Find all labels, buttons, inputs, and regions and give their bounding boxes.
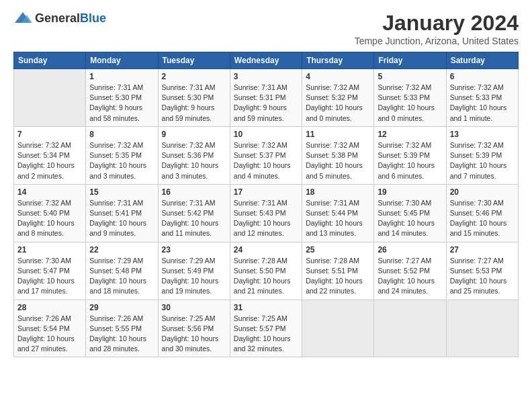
day-number: 28 (17, 303, 82, 312)
logo-icon (13, 11, 32, 26)
day-cell: 8Sunrise: 7:32 AM Sunset: 5:35 PM Daylig… (86, 126, 158, 184)
day-number: 16 (162, 187, 226, 197)
day-cell: 29Sunrise: 7:26 AM Sunset: 5:55 PM Dayli… (86, 300, 158, 357)
day-number: 5 (378, 72, 442, 81)
day-info: Sunrise: 7:27 AM Sunset: 5:52 PM Dayligh… (378, 256, 442, 297)
title-area: January 2024 Tempe Junction, Arizona, Un… (355, 11, 519, 46)
day-number: 6 (450, 72, 515, 81)
day-number: 20 (450, 187, 515, 197)
day-info: Sunrise: 7:32 AM Sunset: 5:34 PM Dayligh… (17, 140, 82, 181)
day-number: 22 (89, 245, 154, 255)
calendar-table: SundayMondayTuesdayWednesdayThursdayFrid… (13, 52, 519, 357)
day-info: Sunrise: 7:32 AM Sunset: 5:36 PM Dayligh… (162, 140, 226, 181)
day-cell: 28Sunrise: 7:26 AM Sunset: 5:54 PM Dayli… (14, 300, 86, 357)
day-number: 12 (378, 130, 442, 139)
day-number: 2 (162, 72, 226, 81)
day-number: 25 (306, 245, 370, 255)
day-header-wednesday: Wednesday (230, 52, 302, 69)
day-info: Sunrise: 7:31 AM Sunset: 5:41 PM Dayligh… (89, 198, 154, 239)
calendar-subtitle: Tempe Junction, Arizona, United States (355, 36, 519, 46)
header: GeneralBlue January 2024 Tempe Junction,… (13, 11, 519, 46)
day-cell: 31Sunrise: 7:25 AM Sunset: 5:57 PM Dayli… (230, 300, 302, 357)
day-header-tuesday: Tuesday (158, 52, 230, 69)
day-number: 7 (17, 130, 82, 139)
day-number: 11 (306, 130, 370, 139)
day-info: Sunrise: 7:28 AM Sunset: 5:51 PM Dayligh… (306, 256, 370, 297)
day-cell (446, 300, 518, 357)
logo: GeneralBlue (13, 11, 106, 26)
day-cell: 27Sunrise: 7:27 AM Sunset: 5:53 PM Dayli… (446, 242, 518, 300)
day-info: Sunrise: 7:26 AM Sunset: 5:55 PM Dayligh… (89, 314, 154, 355)
day-number: 23 (162, 245, 226, 255)
day-number: 15 (89, 187, 154, 197)
day-cell: 4Sunrise: 7:32 AM Sunset: 5:32 PM Daylig… (302, 69, 374, 127)
day-cell (302, 300, 374, 357)
day-number: 21 (17, 245, 82, 255)
day-info: Sunrise: 7:32 AM Sunset: 5:33 PM Dayligh… (450, 83, 515, 124)
day-number: 17 (234, 187, 298, 197)
day-info: Sunrise: 7:32 AM Sunset: 5:39 PM Dayligh… (450, 140, 515, 181)
day-info: Sunrise: 7:30 AM Sunset: 5:45 PM Dayligh… (378, 198, 442, 239)
day-cell: 9Sunrise: 7:32 AM Sunset: 5:36 PM Daylig… (158, 126, 230, 184)
day-info: Sunrise: 7:27 AM Sunset: 5:53 PM Dayligh… (450, 256, 515, 297)
day-cell: 16Sunrise: 7:31 AM Sunset: 5:42 PM Dayli… (158, 184, 230, 242)
day-cell: 11Sunrise: 7:32 AM Sunset: 5:38 PM Dayli… (302, 126, 374, 184)
day-info: Sunrise: 7:32 AM Sunset: 5:35 PM Dayligh… (89, 140, 154, 181)
day-number: 8 (89, 130, 154, 139)
day-info: Sunrise: 7:26 AM Sunset: 5:54 PM Dayligh… (17, 314, 82, 355)
day-number: 27 (450, 245, 515, 255)
day-info: Sunrise: 7:32 AM Sunset: 5:40 PM Dayligh… (17, 198, 82, 239)
day-number: 9 (162, 130, 226, 139)
day-info: Sunrise: 7:32 AM Sunset: 5:38 PM Dayligh… (306, 140, 370, 181)
day-cell: 22Sunrise: 7:29 AM Sunset: 5:48 PM Dayli… (86, 242, 158, 300)
day-cell: 23Sunrise: 7:29 AM Sunset: 5:49 PM Dayli… (158, 242, 230, 300)
day-number: 14 (17, 187, 82, 197)
day-cell: 21Sunrise: 7:30 AM Sunset: 5:47 PM Dayli… (14, 242, 86, 300)
day-number: 19 (378, 187, 442, 197)
day-cell: 15Sunrise: 7:31 AM Sunset: 5:41 PM Dayli… (86, 184, 158, 242)
week-row-2: 7Sunrise: 7:32 AM Sunset: 5:34 PM Daylig… (14, 126, 519, 184)
day-cell: 6Sunrise: 7:32 AM Sunset: 5:33 PM Daylig… (446, 69, 518, 127)
day-header-friday: Friday (374, 52, 446, 69)
week-row-5: 28Sunrise: 7:26 AM Sunset: 5:54 PM Dayli… (14, 300, 519, 357)
day-number: 3 (234, 72, 298, 81)
day-cell: 2Sunrise: 7:31 AM Sunset: 5:30 PM Daylig… (158, 69, 230, 127)
day-cell: 10Sunrise: 7:32 AM Sunset: 5:37 PM Dayli… (230, 126, 302, 184)
day-number: 13 (450, 130, 515, 139)
logo-text-general: General (35, 11, 80, 25)
day-cell: 19Sunrise: 7:30 AM Sunset: 5:45 PM Dayli… (374, 184, 446, 242)
day-number: 26 (378, 245, 442, 255)
day-number: 18 (306, 187, 370, 197)
day-number: 29 (89, 303, 154, 312)
day-info: Sunrise: 7:30 AM Sunset: 5:46 PM Dayligh… (450, 198, 515, 239)
days-header-row: SundayMondayTuesdayWednesdayThursdayFrid… (14, 52, 519, 69)
day-number: 1 (89, 72, 154, 81)
day-cell: 1Sunrise: 7:31 AM Sunset: 5:30 PM Daylig… (86, 69, 158, 127)
day-number: 4 (306, 72, 370, 81)
week-row-3: 14Sunrise: 7:32 AM Sunset: 5:40 PM Dayli… (14, 184, 519, 242)
day-cell: 30Sunrise: 7:25 AM Sunset: 5:56 PM Dayli… (158, 300, 230, 357)
day-number: 31 (234, 303, 298, 312)
day-number: 30 (162, 303, 226, 312)
day-header-saturday: Saturday (446, 52, 518, 69)
day-cell (14, 69, 86, 127)
day-cell: 5Sunrise: 7:32 AM Sunset: 5:33 PM Daylig… (374, 69, 446, 127)
day-cell: 12Sunrise: 7:32 AM Sunset: 5:39 PM Dayli… (374, 126, 446, 184)
day-cell: 26Sunrise: 7:27 AM Sunset: 5:52 PM Dayli… (374, 242, 446, 300)
day-cell: 25Sunrise: 7:28 AM Sunset: 5:51 PM Dayli… (302, 242, 374, 300)
day-header-sunday: Sunday (14, 52, 86, 69)
day-info: Sunrise: 7:31 AM Sunset: 5:43 PM Dayligh… (234, 198, 298, 239)
day-info: Sunrise: 7:30 AM Sunset: 5:47 PM Dayligh… (17, 256, 82, 297)
day-info: Sunrise: 7:32 AM Sunset: 5:32 PM Dayligh… (306, 83, 370, 124)
day-info: Sunrise: 7:31 AM Sunset: 5:30 PM Dayligh… (89, 83, 154, 124)
logo-text-blue: Blue (80, 11, 106, 25)
day-header-monday: Monday (86, 52, 158, 69)
day-cell: 24Sunrise: 7:28 AM Sunset: 5:50 PM Dayli… (230, 242, 302, 300)
day-cell: 13Sunrise: 7:32 AM Sunset: 5:39 PM Dayli… (446, 126, 518, 184)
day-number: 24 (234, 245, 298, 255)
calendar-title: January 2024 (355, 11, 519, 36)
day-info: Sunrise: 7:31 AM Sunset: 5:44 PM Dayligh… (306, 198, 370, 239)
day-cell: 3Sunrise: 7:31 AM Sunset: 5:31 PM Daylig… (230, 69, 302, 127)
day-info: Sunrise: 7:31 AM Sunset: 5:31 PM Dayligh… (234, 83, 298, 124)
day-info: Sunrise: 7:31 AM Sunset: 5:42 PM Dayligh… (162, 198, 226, 239)
